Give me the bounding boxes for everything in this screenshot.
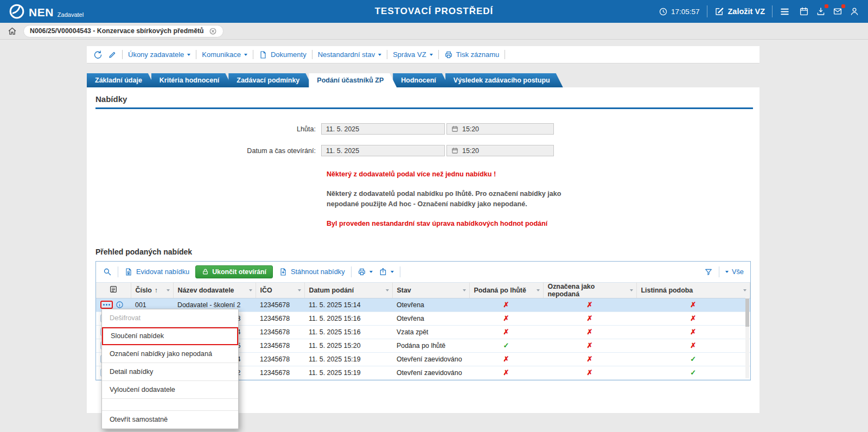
print-grid-button[interactable]: [358, 268, 373, 276]
column-header-ico[interactable]: IČO: [256, 282, 304, 298]
info-icon[interactable]: [116, 301, 124, 309]
cell-status: Otevřena: [392, 298, 469, 312]
document-icon: [259, 50, 267, 59]
column-header-stav[interactable]: Stav: [392, 282, 469, 298]
cell-paper-form: ✓: [636, 366, 750, 379]
toolbar-item-sprava-vz[interactable]: Správa VZ: [393, 50, 432, 59]
filter-icon[interactable]: [704, 268, 713, 276]
tab-zadavaci-podminky[interactable]: Zadávací podmínky: [228, 73, 312, 87]
undo-icon[interactable]: [93, 50, 103, 59]
toolbar-item-dokumenty[interactable]: Dokumenty: [259, 50, 307, 59]
calendar-button[interactable]: [799, 7, 809, 16]
cell-paper-form: ✗: [636, 298, 750, 312]
cell-late: ✓: [469, 339, 543, 352]
tab-kriteria-hodnoceni[interactable]: Kritéria hodnocení: [151, 73, 232, 87]
record-toolbar-items: Úkony zadavateleKomunikaceDokumentyNesta…: [128, 50, 505, 59]
tab-vysledek-zadavaciho-postupu[interactable]: Výsledek zadávacího postupu: [445, 73, 563, 87]
menu-item-otevrit-samostatne[interactable]: Otevřít samostatně: [102, 411, 238, 429]
opening-label: Datum a čas otevírání:: [87, 147, 321, 155]
toolbar-item-ukony-zadavatele[interactable]: Úkony zadavatele: [128, 50, 190, 59]
divider: [312, 50, 312, 59]
menu-item-oznaceni-nabidky-jako-nepodana[interactable]: Označení nabídky jako nepodaná: [102, 345, 238, 363]
close-icon[interactable]: [209, 27, 217, 35]
form-row-deadline: Lhůta: 11. 5. 2025 15:20: [87, 123, 760, 135]
tab-hodnoceni[interactable]: Hodnocení: [393, 73, 449, 87]
column-header-nazev-dodavatele[interactable]: Název dodavatele: [173, 282, 256, 298]
column-header-podana-po-lhute[interactable]: Podaná po lhůtě: [469, 282, 543, 298]
chevron-down-icon: [430, 54, 433, 56]
opening-date-field[interactable]: 11. 5. 2025: [321, 145, 445, 156]
calendar-icon: [451, 125, 458, 132]
download-offers-button[interactable]: Stáhnout nabídky: [279, 268, 345, 276]
menu-item-vylouceni-dodavatele[interactable]: Vyloučení dodavatele: [102, 381, 238, 399]
cell-status: Otevřena: [392, 312, 469, 325]
download-offers-icon: [279, 268, 288, 276]
session-time-value: 17:05:57: [671, 8, 700, 16]
tab-podani-ucastniku-zp[interactable]: Podání účastníků ZP: [309, 73, 397, 87]
cross-icon: ✗: [690, 341, 696, 350]
downloads-button[interactable]: [816, 7, 826, 16]
sort-asc-icon: ↑: [155, 287, 158, 294]
cross-icon: ✗: [690, 301, 696, 309]
cross-icon: ✗: [587, 355, 593, 363]
finish-opening-button[interactable]: Ukončit otevírání: [195, 265, 273, 278]
main-menu-button[interactable]: [780, 7, 790, 17]
column-header-cislo[interactable]: Číslo↑: [131, 282, 173, 298]
check-icon: ✓: [690, 355, 696, 363]
alert-multiple-offers: Některý z dodavatelů podal více než jedn…: [327, 169, 572, 180]
cell-paper-form: ✗: [636, 325, 750, 339]
cell-marked-not-submitted: ✗: [543, 312, 636, 325]
menu-item-detail-nabidky[interactable]: Detail nabídky: [102, 363, 238, 381]
toolbar-item-nestandardni-stav[interactable]: Nestandardní stav: [318, 50, 382, 59]
scrollbar-thumb[interactable]: [745, 298, 749, 327]
filter-caret-icon[interactable]: [167, 289, 170, 291]
home-icon[interactable]: [8, 27, 17, 36]
printer-icon: [358, 268, 366, 276]
menu-separator: [102, 399, 238, 411]
offers-grid: Evidovat nabídku Ukončit otevírání Stáhn…: [95, 261, 751, 380]
record-toolbar: Úkony zadavateleKomunikaceDokumentyNesta…: [87, 46, 760, 63]
row-actions-button[interactable]: [100, 301, 113, 309]
filter-caret-icon[interactable]: [249, 289, 252, 291]
toolbar-item-tisk-zaznamu[interactable]: Tisk záznamu: [444, 50, 500, 59]
opening-time-field[interactable]: 15:20: [446, 145, 554, 156]
vertical-scrollbar[interactable]: [745, 298, 749, 378]
divider: [438, 50, 439, 59]
filter-caret-icon[interactable]: [537, 289, 540, 291]
messages-button[interactable]: [833, 7, 843, 16]
edit-pencil-icon[interactable]: [108, 50, 117, 59]
column-header-oznacena-jako-nepodana[interactable]: Označena jako nepodaná: [543, 282, 636, 298]
column-header-listinna-podoba[interactable]: Listinná podoba: [636, 282, 750, 298]
cell-status: Podána po lhůtě: [392, 339, 469, 352]
tab-zakladni-udaje[interactable]: Základní údaje: [87, 73, 155, 87]
export-grid-button[interactable]: [379, 268, 394, 276]
logo-text: NEN: [29, 7, 54, 20]
filter-caret-icon[interactable]: [463, 289, 466, 291]
deadline-label: Lhůta:: [87, 125, 321, 133]
profile-button[interactable]: [850, 7, 859, 16]
cross-icon: ✗: [503, 369, 509, 377]
filter-caret-icon[interactable]: [386, 289, 389, 291]
filter-caret-icon[interactable]: [298, 289, 301, 291]
nen-logo[interactable]: NEN Zadavatel: [9, 3, 84, 20]
deadline-time-field[interactable]: 15:20: [446, 123, 554, 135]
column-header-datum-podani[interactable]: Datum podání: [304, 282, 392, 298]
cell-marked-not-submitted: ✗: [543, 298, 636, 312]
register-offer-icon: [124, 268, 133, 276]
cell-paper-form: ✗: [636, 339, 750, 352]
cross-icon: ✗: [503, 328, 509, 336]
toolbar-item-komunikace[interactable]: Komunikace: [202, 50, 247, 59]
breadcrumb-record-tab[interactable]: N006/25/V00004543 - Konzervace sbírkovýc…: [23, 25, 224, 37]
create-vz-button[interactable]: Založit VZ: [714, 7, 765, 16]
filter-caret-icon[interactable]: [630, 289, 633, 291]
deadline-date-field[interactable]: 11. 5. 2025: [321, 123, 445, 135]
grid-settings-header[interactable]: [96, 282, 131, 298]
register-offer-button[interactable]: Evidovat nabídku: [124, 268, 189, 276]
printer-icon: [444, 50, 453, 59]
chevron-down-icon: [244, 54, 247, 56]
view-all-dropdown[interactable]: Vše: [725, 268, 744, 276]
search-icon[interactable]: [103, 267, 112, 276]
filter-caret-icon[interactable]: [743, 289, 746, 291]
menu-item-slouceni-nabidek[interactable]: Sloučení nabídek: [102, 327, 238, 345]
create-vz-label: Založit VZ: [728, 7, 765, 16]
